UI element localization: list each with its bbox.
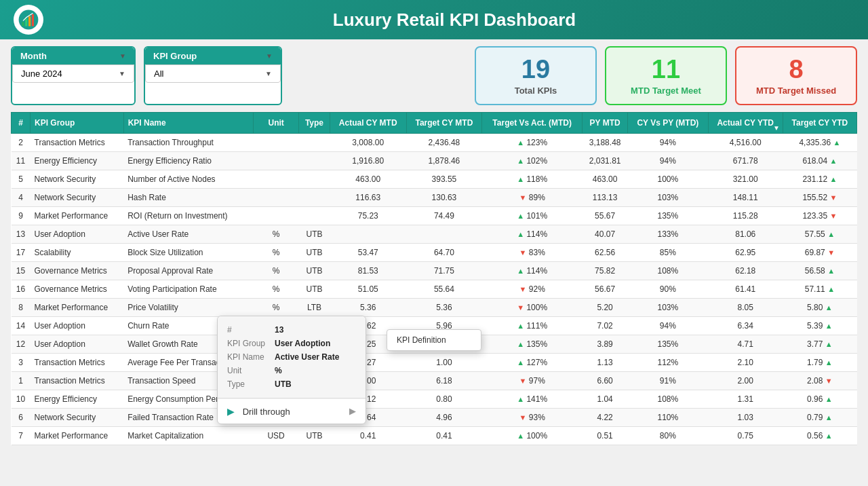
cell-unit: USD bbox=[254, 426, 299, 445]
context-menu: # 13 KPI Group User Adoption KPI Name Ac… bbox=[217, 316, 366, 424]
cell-kpi-name: Voting Participation Rate bbox=[123, 280, 253, 298]
col-kpi-name: KPI Name bbox=[123, 112, 253, 133]
cell-py-mtd: 1.04 bbox=[583, 390, 628, 408]
kpi-table: # KPI Group KPI Name Unit Type Actual CY… bbox=[11, 112, 857, 445]
cell-cy-vs-py: 108% bbox=[628, 390, 709, 408]
drill-through-item[interactable]: ▶ Drill through ▶ bbox=[218, 398, 366, 424]
cell-cy-vs-py: 94% bbox=[628, 133, 709, 151]
cell-actual-cy-mtd: 51.05 bbox=[330, 280, 406, 298]
month-filter-value[interactable]: June 2024 ▼ bbox=[12, 64, 134, 83]
cell-py-mtd: 75.82 bbox=[583, 261, 628, 280]
table-row[interactable]: 6 Network Security Failed Transaction Ra… bbox=[12, 408, 857, 426]
cell-py-mtd: 0.51 bbox=[583, 426, 628, 445]
table-row[interactable]: 16 Governance Metrics Voting Participati… bbox=[12, 280, 857, 298]
cell-type bbox=[299, 188, 330, 206]
cell-target-ytd: 5.39 ▲ bbox=[783, 316, 856, 335]
table-row[interactable]: 2 Transaction Metrics Transaction Throug… bbox=[12, 133, 857, 151]
cell-kpi-group: Transaction Metrics bbox=[31, 133, 124, 151]
cell-cy-vs-py: 100% bbox=[628, 170, 709, 188]
month-dropdown-icon: ▼ bbox=[119, 70, 125, 77]
cell-type: UTB bbox=[299, 243, 330, 261]
cell-kpi-name: Price Volatility bbox=[123, 298, 253, 316]
up-arrow-icon: ▲ bbox=[517, 395, 524, 403]
cell-num: 9 bbox=[12, 206, 31, 225]
cell-kpi-name: Number of Active Nodes bbox=[123, 170, 253, 188]
up-arrow-icon: ▲ bbox=[825, 395, 833, 403]
up-arrow-icon: ▲ bbox=[517, 432, 524, 440]
svg-rect-2 bbox=[25, 18, 27, 26]
cell-num: 15 bbox=[12, 261, 31, 280]
cell-num: 7 bbox=[12, 426, 31, 445]
cell-actual-ytd: 1.03 bbox=[708, 408, 783, 426]
col-actual-ytd: Actual CY YTD ▼ bbox=[708, 112, 783, 133]
cell-target-cy-mtd: 1.00 bbox=[406, 353, 482, 371]
context-unit: % bbox=[275, 366, 282, 375]
cell-kpi-group: Governance Metrics bbox=[31, 261, 124, 280]
table-row[interactable]: 3 Transaction Metrics Average Fee Per Tr… bbox=[12, 353, 857, 371]
cell-cy-vs-py: 94% bbox=[628, 151, 709, 170]
context-row-num: 13 bbox=[275, 325, 283, 335]
top-controls: Month ▼ June 2024 ▼ KPI Group ▼ All ▼ 19… bbox=[0, 39, 868, 112]
mtd-meet-number: 11 bbox=[652, 56, 680, 84]
cell-target-cy-mtd: 55.64 bbox=[406, 280, 482, 298]
cell-num: 4 bbox=[12, 188, 31, 206]
up-arrow-icon: ▲ bbox=[517, 322, 524, 330]
col-actual-cy-mtd: Actual CY MTD bbox=[330, 112, 406, 133]
cell-type bbox=[299, 170, 330, 188]
cell-target-ytd: 0.56 ▲ bbox=[783, 426, 856, 445]
col-kpi-group: KPI Group bbox=[31, 112, 124, 133]
cell-target-vs-act: ▲ 102% bbox=[482, 151, 583, 170]
table-row[interactable]: 1 Transaction Metrics Transaction Speed … bbox=[12, 371, 857, 390]
cell-kpi-name: Block Size Utilization bbox=[123, 243, 253, 261]
table-row[interactable]: 9 Market Performance ROI (Return on Inve… bbox=[12, 206, 857, 225]
col-cy-vs-py: CY Vs PY (MTD) bbox=[628, 112, 709, 133]
table-row[interactable]: 10 Energy Efficiency Energy Consumption … bbox=[12, 390, 857, 408]
cell-unit: % bbox=[254, 280, 299, 298]
cell-target-cy-mtd: 64.70 bbox=[406, 243, 482, 261]
month-filter[interactable]: Month ▼ June 2024 ▼ bbox=[11, 46, 136, 105]
cell-target-vs-act: ▼ 93% bbox=[482, 408, 583, 426]
up-arrow-icon: ▲ bbox=[827, 285, 835, 293]
table-row[interactable]: 15 Governance Metrics Proposal Approval … bbox=[12, 261, 857, 280]
up-arrow-icon: ▲ bbox=[517, 230, 524, 238]
table-row[interactable]: 4 Network Security Hash Rate 116.63 130.… bbox=[12, 188, 857, 206]
cell-unit: % bbox=[254, 225, 299, 243]
mtd-missed-number: 8 bbox=[789, 56, 803, 84]
cell-kpi-group: User Adoption bbox=[31, 225, 124, 243]
cell-actual-cy-mtd bbox=[330, 225, 406, 243]
down-arrow-icon: ▼ bbox=[825, 377, 833, 385]
table-row[interactable]: 17 Scalability Block Size Utilization % … bbox=[12, 243, 857, 261]
cell-num: 1 bbox=[12, 371, 31, 390]
cell-cy-vs-py: 133% bbox=[628, 225, 709, 243]
cell-target-vs-act: ▲ 100% bbox=[482, 426, 583, 445]
cell-kpi-name: Energy Efficiency Ratio bbox=[123, 151, 253, 170]
table-row[interactable]: 11 Energy Efficiency Energy Efficiency R… bbox=[12, 151, 857, 170]
cell-actual-ytd: 2.00 bbox=[708, 371, 783, 390]
cell-actual-cy-mtd: 116.63 bbox=[330, 188, 406, 206]
cell-target-ytd: 2.08 ▼ bbox=[783, 371, 856, 390]
total-kpis-label: Total KPIs bbox=[515, 86, 557, 96]
cell-target-vs-act: ▲ 101% bbox=[482, 206, 583, 225]
cell-py-mtd: 5.20 bbox=[583, 298, 628, 316]
kpi-definition-tooltip[interactable]: KPI Definition bbox=[387, 329, 481, 351]
down-arrow-icon: ▼ bbox=[519, 248, 527, 257]
cell-cy-vs-py: 80% bbox=[628, 426, 709, 445]
cell-num: 12 bbox=[12, 335, 31, 353]
table-row[interactable]: 7 Market Performance Market Capitalizati… bbox=[12, 426, 857, 445]
cell-actual-cy-mtd: 53.47 bbox=[330, 243, 406, 261]
down-arrow-icon: ▼ bbox=[829, 193, 837, 202]
table-row[interactable]: 13 User Adoption Active User Rate % UTB … bbox=[12, 225, 857, 243]
kpi-group-filter[interactable]: KPI Group ▼ All ▼ bbox=[144, 46, 282, 105]
kpi-group-filter-value[interactable]: All ▼ bbox=[145, 64, 281, 83]
cell-cy-vs-py: 135% bbox=[628, 335, 709, 353]
kpi-group-chevron-icon: ▼ bbox=[266, 52, 273, 60]
cell-cy-vs-py: 94% bbox=[628, 316, 709, 335]
table-row[interactable]: 5 Network Security Number of Active Node… bbox=[12, 170, 857, 188]
cell-target-vs-act: ▲ 118% bbox=[482, 170, 583, 188]
cell-cy-vs-py: 85% bbox=[628, 243, 709, 261]
cell-target-ytd: 5.80 ▲ bbox=[783, 298, 856, 316]
cell-target-cy-mtd: 0.80 bbox=[406, 390, 482, 408]
table-row[interactable]: 8 Market Performance Price Volatility % … bbox=[12, 298, 857, 316]
cell-py-mtd: 3.89 bbox=[583, 335, 628, 353]
cell-target-vs-act: ▼ 92% bbox=[482, 280, 583, 298]
